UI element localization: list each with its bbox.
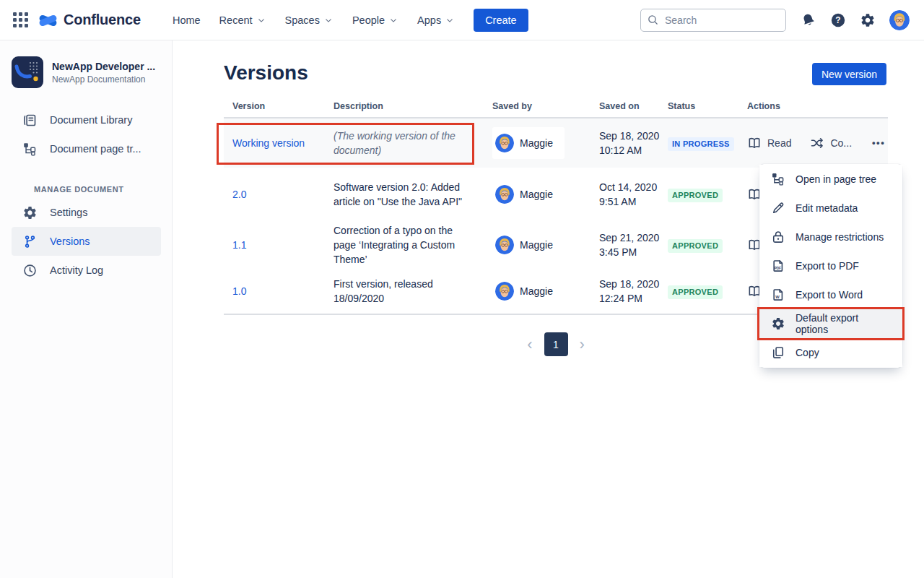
sidebar-item-label: Settings [50, 207, 87, 218]
app-switcher-icon[interactable] [13, 12, 28, 27]
sidebar-nav: Document Library Document page tr... MAN… [0, 95, 172, 285]
menu-item-open-in-page-tree[interactable]: Open in page tree [759, 165, 902, 194]
menu-item-label: Export to PDF [796, 260, 859, 272]
saved-by-name: Maggie [520, 284, 553, 298]
search-icon [647, 14, 659, 26]
search-input[interactable] [640, 9, 786, 32]
pagination-next-icon[interactable]: › [577, 333, 588, 356]
user-avatar[interactable] [889, 10, 910, 30]
pagination-prev-icon[interactable]: ‹ [524, 333, 535, 356]
saved-on-date: Sep 18, 2020 10:12 AM [599, 129, 668, 158]
status-badge: APPROVED [668, 285, 723, 299]
menu-item-label: Open in page tree [796, 173, 876, 185]
column-header-description: Description [326, 101, 492, 111]
more-actions-button[interactable]: ••• [872, 136, 885, 150]
page-tree-icon [22, 142, 38, 157]
pdf-file-icon: PDF [771, 259, 785, 273]
menu-item-label: Edit metadata [796, 202, 858, 214]
space-name: NewApp Developer ... [52, 61, 155, 73]
menu-item-label: Copy [796, 347, 819, 358]
sidebar-item-versions[interactable]: Versions [12, 227, 161, 256]
menu-item-export-to-word[interactable]: W Export to Word [759, 280, 902, 309]
sidebar-item-settings[interactable]: Settings [12, 198, 161, 227]
notifications-bell-icon[interactable] [801, 12, 816, 28]
menu-item-default-export-options[interactable]: Default export options [759, 309, 902, 338]
saved-by-name: Maggie [520, 136, 553, 150]
saved-by-user[interactable]: Maggie [492, 178, 565, 210]
lock-icon [771, 230, 785, 244]
version-link[interactable]: 2.0 [232, 189, 246, 200]
gear-icon [771, 316, 785, 331]
user-avatar [495, 134, 514, 152]
confluence-versions-page: Confluence Home Recent Spaces People App… [0, 0, 924, 578]
chevron-down-icon [445, 15, 455, 25]
space-sidebar: NewApp Developer ... NewApp Documentatio… [0, 40, 173, 578]
saved-on-date: Sep 18, 2020 12:24 PM [599, 277, 668, 306]
space-avatar [12, 56, 43, 88]
confluence-mark-icon [38, 11, 58, 30]
primary-nav: Home Recent Spaces People Apps [165, 9, 462, 32]
user-avatar [495, 282, 514, 301]
saved-on-date: Sep 21, 2020 3:45 PM [599, 230, 668, 259]
sidebar-item-label: Versions [50, 236, 90, 247]
sidebar-item-document-page-tree[interactable]: Document page tr... [12, 134, 161, 163]
saved-by-name: Maggie [520, 187, 553, 202]
sidebar-item-activity-log[interactable]: Activity Log [12, 256, 161, 285]
nav-label: Recent [219, 14, 253, 26]
book-icon [747, 136, 762, 150]
compare-button[interactable]: Co... [810, 136, 852, 150]
help-icon[interactable]: ? [830, 12, 846, 28]
version-description: First version, released 18/09/2020 [326, 277, 492, 306]
confluence-logo[interactable]: Confluence [38, 11, 141, 30]
pencil-icon [771, 201, 785, 215]
table-header-row: Version Description Saved by Saved on St… [224, 101, 888, 118]
search-box [640, 9, 786, 32]
create-button[interactable]: Create [474, 9, 528, 32]
menu-item-label: Export to Word [796, 289, 863, 301]
user-avatar [495, 236, 514, 254]
nav-item-home[interactable]: Home [165, 9, 208, 32]
read-button[interactable]: Read [747, 136, 791, 150]
status-badge: IN PROGRESS [668, 137, 734, 151]
clock-icon [22, 263, 38, 278]
chevron-down-icon [323, 15, 334, 25]
saved-on-date: Oct 14, 2020 9:51 AM [599, 180, 668, 209]
new-version-button[interactable]: New version [812, 63, 886, 85]
version-link[interactable]: 1.1 [232, 239, 246, 251]
pagination-current-page[interactable]: 1 [544, 332, 568, 356]
status-badge: APPROVED [668, 189, 723, 202]
confluence-wordmark: Confluence [64, 12, 141, 28]
nav-item-apps[interactable]: Apps [410, 9, 462, 32]
copy-icon [771, 345, 785, 360]
menu-item-manage-restrictions[interactable]: Manage restrictions [759, 223, 902, 251]
nav-label: Home [173, 14, 201, 26]
menu-item-edit-metadata[interactable]: Edit metadata [759, 194, 902, 223]
nav-label: People [352, 14, 385, 26]
nav-item-recent[interactable]: Recent [212, 9, 274, 32]
column-header-version: Version [224, 101, 326, 111]
space-header[interactable]: NewApp Developer ... NewApp Documentatio… [0, 40, 172, 95]
column-header-saved-on: Saved on [599, 101, 668, 111]
saved-by-user[interactable]: Maggie [492, 229, 565, 261]
saved-by-user[interactable]: Maggie [492, 275, 565, 307]
column-header-saved-by: Saved by [492, 101, 599, 111]
space-subtitle: NewApp Documentation [52, 74, 155, 85]
version-link[interactable]: 1.0 [232, 285, 246, 297]
menu-item-label: Default export options [796, 312, 892, 335]
saved-by-user[interactable]: Maggie [492, 127, 565, 159]
page-title: Versions [224, 61, 308, 85]
nav-item-people[interactable]: People [345, 9, 406, 32]
nav-item-spaces[interactable]: Spaces [278, 9, 341, 32]
menu-item-copy[interactable]: Copy [759, 338, 902, 367]
menu-item-export-to-pdf[interactable]: PDF Export to PDF [759, 251, 902, 280]
menu-item-label: Manage restrictions [796, 231, 884, 243]
topbar-icon-group: ? [801, 10, 910, 30]
page-tree-icon [771, 172, 785, 186]
top-navigation-bar: Confluence Home Recent Spaces People App… [0, 0, 924, 40]
sidebar-item-document-library[interactable]: Document Library [12, 105, 161, 134]
version-link[interactable]: Working version [232, 137, 305, 149]
version-description: Software version 2.0: Added article on "… [326, 180, 492, 209]
sidebar-section-title: MANAGE DOCUMENT [34, 185, 161, 194]
word-file-icon: W [771, 288, 785, 302]
settings-gear-icon[interactable] [860, 12, 876, 28]
